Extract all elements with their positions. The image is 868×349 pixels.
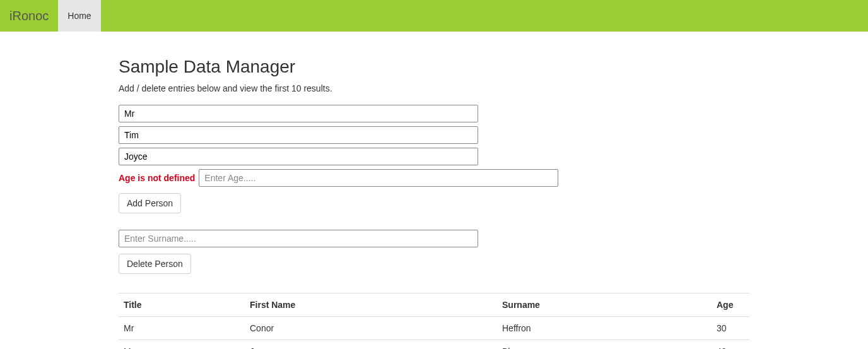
page-subtitle: Add / delete entries below and view the … xyxy=(119,83,749,93)
table-row: MrConorHeffron30 xyxy=(119,317,749,340)
cell-first_name: Conor xyxy=(245,317,497,340)
results-table: Title First Name Surname Age MrConorHeff… xyxy=(119,293,749,349)
cell-surname: Bloggs xyxy=(497,340,712,350)
col-header-surname: Surname xyxy=(497,293,712,317)
surname-input[interactable] xyxy=(119,148,478,165)
title-input[interactable] xyxy=(119,105,478,122)
age-input[interactable] xyxy=(199,169,558,187)
cell-first_name: Joe xyxy=(245,340,497,350)
cell-title: Mr xyxy=(119,317,245,340)
delete-block: Delete Person xyxy=(119,230,749,285)
col-header-title: Title xyxy=(119,293,245,317)
delete-surname-input[interactable] xyxy=(119,230,478,247)
nav-home[interactable]: Home xyxy=(58,0,100,32)
col-header-age: Age xyxy=(712,293,749,317)
delete-person-button[interactable]: Delete Person xyxy=(119,254,191,274)
table-header-row: Title First Name Surname Age xyxy=(119,293,749,317)
cell-surname: Heffron xyxy=(497,317,712,340)
cell-title: Mr xyxy=(119,340,245,350)
cell-age: 40 xyxy=(712,340,749,350)
navbar: iRonoc Home xyxy=(0,0,868,32)
add-person-button[interactable]: Add Person xyxy=(119,193,181,213)
main-container: Sample Data Manager Add / delete entries… xyxy=(119,32,749,349)
table-row: MrJoeBloggs40 xyxy=(119,340,749,350)
col-header-firstname: First Name xyxy=(245,293,497,317)
age-row: Age is not defined xyxy=(119,169,749,187)
firstname-input[interactable] xyxy=(119,126,478,144)
brand-link[interactable]: iRonoc xyxy=(9,0,58,32)
age-error-text: Age is not defined xyxy=(119,173,195,183)
page-title: Sample Data Manager xyxy=(119,57,749,77)
cell-age: 30 xyxy=(712,317,749,340)
